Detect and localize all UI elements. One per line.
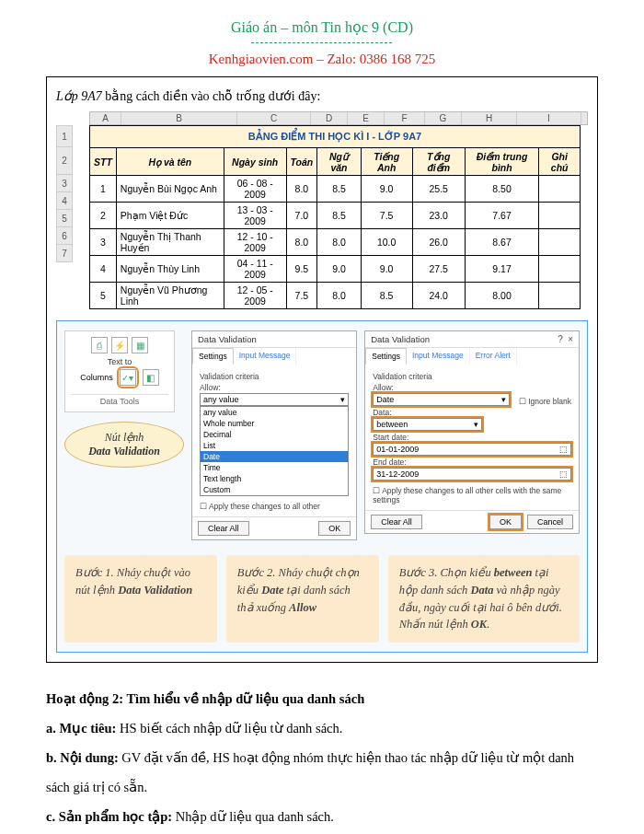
dialog2-data-value: between xyxy=(376,420,408,429)
table-cell: 8.00 xyxy=(465,283,539,309)
dialog2-data-select[interactable]: between ▾ xyxy=(373,418,482,431)
table-cell: 8.5 xyxy=(317,176,361,203)
table-cell: 8.0 xyxy=(286,229,317,256)
table-cell: 4 xyxy=(90,256,117,283)
table-row: 1Nguyễn Bùi Ngọc Anh06 - 08 - 20098.08.5… xyxy=(90,176,581,203)
table-cell: Nguyễn Thùy Linh xyxy=(116,256,224,283)
san-pham-label: c. Sản phẩm học tập: xyxy=(46,809,176,824)
intro-line: Lớp 9A7 bằng cách điền vào chỗ trống dướ… xyxy=(56,88,588,104)
dialog2-end-input[interactable]: 31-12-2009 ⬚ xyxy=(373,468,571,481)
text-to-columns-icon[interactable]: ⎙ xyxy=(91,337,108,353)
table-cell xyxy=(539,176,581,203)
dialog1-ok-button[interactable]: OK xyxy=(318,521,351,536)
table-cell: 26.0 xyxy=(412,229,465,256)
row-header: 7 xyxy=(56,245,73,262)
table-cell: 9.5 xyxy=(286,256,317,283)
table-cell: 13 - 03 - 2009 xyxy=(224,203,286,229)
column-header: H xyxy=(462,112,517,124)
dialog1-criteria-label: Validation criteria xyxy=(200,372,349,381)
table-cell: 10.0 xyxy=(361,229,412,256)
dialog1-allow-select[interactable]: any value ▾ xyxy=(200,393,349,406)
dialog2-clear-button[interactable]: Clear All xyxy=(371,515,422,529)
table-header-cell: Ngày sinh xyxy=(224,148,286,176)
intro-rest: bằng cách điền vào chỗ trống dưới đây: xyxy=(102,89,321,103)
dialog2-close-button[interactable]: × xyxy=(568,334,573,344)
ribbon-col: ⎙ ⚡ ▦ Text to Columns ✓▾ ◧ Data Too xyxy=(64,330,184,468)
column-header: E xyxy=(348,112,385,124)
dialog2-allow-select[interactable]: Date ▾ xyxy=(373,393,510,406)
dialog2-tab-error-alert[interactable]: Error Alert xyxy=(470,348,517,365)
dialog2-end-value: 31-12-2009 xyxy=(376,469,419,479)
allow-option[interactable]: List xyxy=(201,440,348,451)
dialog2-start-value: 01-01-2009 xyxy=(376,445,419,454)
dialog2-cancel-button[interactable]: Cancel xyxy=(527,515,573,529)
allow-option[interactable]: Decimal xyxy=(201,429,348,440)
row-header: 5 xyxy=(56,210,73,227)
table-cell: 8.50 xyxy=(465,176,539,203)
data-validation-button[interactable]: ✓▾ xyxy=(117,366,139,388)
table-cell: 9.0 xyxy=(361,176,412,203)
table-header-cell: Tổng điểm xyxy=(412,148,465,176)
table-cell: 8.67 xyxy=(465,229,539,256)
table-cell: Nguyễn Vũ Phương Linh xyxy=(116,283,224,309)
header-subtitle: Kenhgiaovien.com – Zalo: 0386 168 725 xyxy=(46,52,598,67)
data-tools-label: Data Tools xyxy=(71,394,168,406)
table-header-cell: Toán xyxy=(286,148,317,176)
dialog1-tab-settings[interactable]: Settings xyxy=(192,348,234,365)
chevron-down-icon: ▾ xyxy=(501,395,506,404)
allow-option[interactable]: any value xyxy=(201,407,348,418)
step-1: Bước 1. Nháy chuột vào nút lệnh Data Val… xyxy=(64,555,217,643)
table-row: 4Nguyễn Thùy Linh04 - 11 - 20099.59.09.0… xyxy=(90,256,581,283)
table-header-cell: Họ và tên xyxy=(116,148,224,176)
intro-italic: Lớp 9A7 xyxy=(56,89,102,103)
allow-option[interactable]: Custom xyxy=(201,484,348,495)
allow-option[interactable]: Date xyxy=(201,451,348,462)
ribbon-data-tools: ⎙ ⚡ ▦ Text to Columns ✓▾ ◧ Data Too xyxy=(64,330,175,412)
table-cell: 04 - 11 - 2009 xyxy=(224,256,286,283)
chevron-down-icon: ▾ xyxy=(340,395,345,404)
allow-option[interactable]: Time xyxy=(201,462,348,473)
noi-dung-text: GV đặt vấn đề, HS hoạt động nhóm thực hi… xyxy=(46,750,574,794)
step-2: Bước 2. Nháy chuột chọn kiểu Date tại da… xyxy=(226,555,379,643)
row-headers: 1234567 xyxy=(56,125,73,262)
flash-fill-icon[interactable]: ⚡ xyxy=(111,337,128,353)
table-header-cell: STT xyxy=(90,148,117,176)
header-separator: ------------------------------- xyxy=(46,36,598,50)
consolidate-icon[interactable]: ◧ xyxy=(143,369,159,386)
dialog1-clear-button[interactable]: Clear All xyxy=(198,521,249,536)
table-header-cell: Tiếng Anh xyxy=(361,148,412,176)
chevron-down-icon: ▾ xyxy=(474,420,478,429)
row-header: 6 xyxy=(56,227,73,245)
dialog1-allow-label: Allow: xyxy=(200,383,349,392)
table-cell: 8.0 xyxy=(286,176,317,203)
step-3: Bước 3. Chọn kiểu between tại hộp danh s… xyxy=(388,555,580,643)
dialog2-tab-input-message[interactable]: Input Message xyxy=(407,348,470,365)
table-cell: 7.0 xyxy=(286,203,317,229)
column-header: F xyxy=(385,112,425,124)
table-header-cell: Điểm trung bình xyxy=(465,148,539,176)
allow-option[interactable]: Text length xyxy=(201,473,348,484)
dialog2-apply-row[interactable]: ☐ Apply these changes to all other cells… xyxy=(373,486,571,504)
callout-line2: Data Validation xyxy=(88,445,160,458)
range-icon[interactable]: ⬚ xyxy=(559,469,568,479)
san-pham-text: Nhập dữ liệu qua danh sách. xyxy=(176,809,334,824)
dialog1-apply-row[interactable]: ☐ Apply these changes to all other xyxy=(200,502,349,511)
dialog1-allow-options[interactable]: any valueWhole numberDecimalListDateTime… xyxy=(200,406,349,496)
dialog2-start-input[interactable]: 01-01-2009 ⬚ xyxy=(373,443,571,456)
table-cell: 24.0 xyxy=(412,283,465,309)
dialog1-tab-input-message[interactable]: Input Message xyxy=(234,348,297,365)
column-header: I xyxy=(517,112,581,124)
dialog2-help-button[interactable]: ? xyxy=(558,334,563,344)
allow-option[interactable]: Whole number xyxy=(201,418,348,429)
dialog2-ok-button[interactable]: OK xyxy=(489,515,522,529)
content-box: Lớp 9A7 bằng cách điền vào chỗ trống dướ… xyxy=(46,76,598,663)
dialog2-criteria-label: Validation criteria xyxy=(373,372,571,381)
range-icon[interactable]: ⬚ xyxy=(559,445,568,454)
dialog2-start-label: Start date: xyxy=(373,433,571,442)
dialog2-tab-settings[interactable]: Settings xyxy=(365,348,407,365)
remove-duplicates-icon[interactable]: ▦ xyxy=(132,337,148,353)
dialog2-ignore-blank[interactable]: ☐ Ignore blank xyxy=(519,397,571,406)
table-cell: 3 xyxy=(90,229,117,256)
row-header: 1 xyxy=(56,125,73,147)
table-cell xyxy=(539,283,581,309)
